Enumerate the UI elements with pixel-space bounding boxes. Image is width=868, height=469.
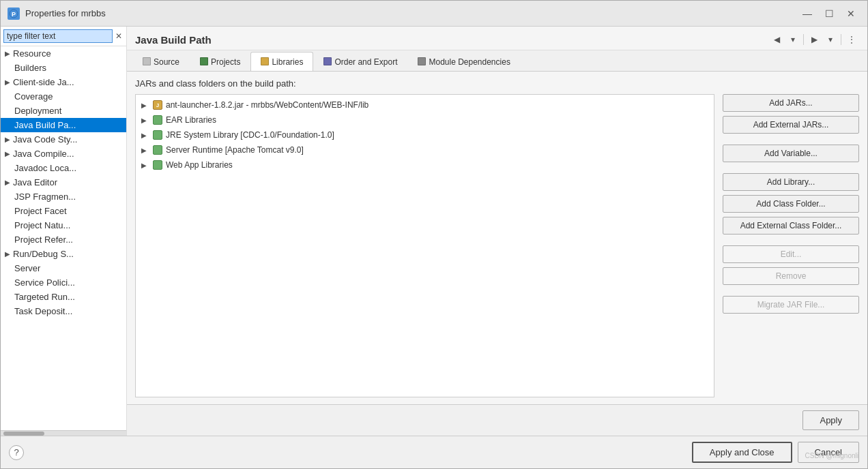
tab-source[interactable]: Source — [132, 52, 190, 71]
expand-icon-2: ▶ — [5, 78, 10, 86]
sidebar-item-0[interactable]: ▶Resource — [1, 46, 126, 61]
sidebar-item-8[interactable]: Javadoc Loca... — [1, 161, 126, 175]
add-external-jars-button[interactable]: Add External JARs... — [723, 116, 859, 134]
tab-order-and-export[interactable]: Order and Export — [313, 52, 407, 71]
watermark: CSDN @mignonli — [805, 452, 858, 459]
tree-item-label-1: EAR Libraries — [166, 115, 216, 125]
tree-item-icon-3 — [152, 145, 163, 155]
migrate-jar-button: Migrate JAR File... — [723, 296, 859, 314]
sidebar-item-4[interactable]: Deployment — [1, 104, 126, 118]
sidebar-item-5[interactable]: Java Build Pa... — [1, 118, 126, 132]
button-separator-6 — [723, 239, 859, 241]
sidebar-item-label-8: Javadoc Loca... — [14, 163, 76, 173]
tab-icon-2 — [261, 57, 269, 67]
tabs-bar: SourceProjectsLibrariesOrder and ExportM… — [127, 50, 867, 72]
sidebar-item-18[interactable]: Task Deposit... — [1, 304, 126, 318]
sidebar-item-label-17: Targeted Run... — [14, 292, 75, 302]
tree-expand-icon-4: ▶ — [141, 162, 149, 169]
title-bar: P Properties for mrbbs — ☐ ✕ — [1, 1, 867, 27]
footer: ? Apply and Close Cancel — [1, 436, 867, 468]
tab-libraries[interactable]: Libraries — [250, 52, 313, 71]
tree-item-1[interactable]: ▶EAR Libraries — [136, 112, 714, 127]
edit-button: Edit... — [723, 245, 859, 263]
nav-forward-button[interactable]: ▶ — [807, 32, 822, 47]
tree-item-label-4: Web App Libraries — [166, 160, 233, 170]
sidebar-item-label-13: Project Refer... — [14, 234, 73, 245]
sidebar-item-17[interactable]: Targeted Run... — [1, 290, 126, 304]
main-window: P Properties for mrbbs — ☐ ✕ ✕ ▶Resource… — [0, 0, 868, 469]
tree-item-0[interactable]: ▶Jant-launcher-1.8.2.jar - mrbbs/WebCont… — [136, 97, 714, 112]
tab-icon-3 — [323, 57, 332, 67]
tab-icon-1 — [200, 57, 208, 67]
tree-panel[interactable]: ▶Jant-launcher-1.8.2.jar - mrbbs/WebCont… — [135, 94, 714, 397]
apply-and-close-button[interactable]: Apply and Close — [692, 442, 792, 463]
sidebar-filter-input[interactable] — [3, 29, 113, 43]
sidebar-item-2[interactable]: ▶Client-side Ja... — [1, 75, 126, 89]
sidebar-item-15[interactable]: Server — [1, 261, 126, 275]
add-jars-button[interactable]: Add JARs... — [723, 94, 859, 112]
add-class-folder-button[interactable]: Add Class Folder... — [723, 195, 859, 213]
expand-icon-9: ▶ — [5, 179, 10, 186]
nav-back-button[interactable]: ◀ — [769, 32, 784, 47]
panel-header: Java Build Path ◀ ▾ ▶ ▾ ⋮ — [127, 27, 867, 50]
tree-item-icon-4 — [152, 160, 163, 170]
tree-item-4[interactable]: ▶Web App Libraries — [136, 157, 714, 172]
close-button[interactable]: ✕ — [841, 6, 860, 21]
apply-button[interactable]: Apply — [802, 410, 859, 430]
sidebar-item-label-10: JSP Fragmen... — [14, 192, 76, 202]
sidebar-item-12[interactable]: Project Natu... — [1, 218, 126, 232]
sidebar-list: ▶ResourceBuilders▶Client-side Ja...Cover… — [1, 46, 126, 430]
add-external-class-folder-button[interactable]: Add External Class Folder... — [723, 217, 859, 234]
minimize-button[interactable]: — — [798, 6, 817, 21]
help-button[interactable]: ? — [9, 445, 24, 460]
tab-projects[interactable]: Projects — [190, 52, 250, 71]
main-content: ✕ ▶ResourceBuilders▶Client-side Ja...Cov… — [1, 27, 867, 436]
add-variable-button[interactable]: Add Variable... — [723, 145, 859, 162]
window-controls: — ☐ ✕ — [798, 6, 860, 21]
sidebar-item-label-16: Service Polici... — [14, 277, 75, 288]
tree-item-2[interactable]: ▶JRE System Library [CDC-1.0/Foundation-… — [136, 127, 714, 142]
nav-menu-button[interactable]: ⋮ — [844, 32, 859, 47]
sidebar-item-6[interactable]: ▶Java Code Sty... — [1, 132, 126, 147]
sidebar-item-16[interactable]: Service Polici... — [1, 275, 126, 290]
content-label: JARs and class folders on the build path… — [135, 78, 859, 89]
tree-item-label-3: Server Runtime [Apache Tomcat v9.0] — [166, 145, 304, 155]
tab-label-4: Module Dependencies — [429, 57, 510, 67]
button-separator-8 — [723, 289, 859, 292]
content-body: ▶Jant-launcher-1.8.2.jar - mrbbs/WebCont… — [135, 94, 859, 397]
sidebar-scrollbar-thumb[interactable] — [3, 432, 44, 436]
maximize-button[interactable]: ☐ — [820, 6, 839, 21]
tab-module-dependencies[interactable]: Module Dependencies — [407, 52, 520, 71]
sidebar-item-label-4: Deployment — [14, 106, 61, 116]
sidebar-item-7[interactable]: ▶Java Compile... — [1, 147, 126, 161]
add-library-button[interactable]: Add Library... — [723, 173, 859, 191]
sidebar-item-9[interactable]: ▶Java Editor — [1, 175, 126, 190]
button-separator-3 — [723, 166, 859, 169]
tab-label-3: Order and Export — [334, 57, 397, 67]
nav-separator-2 — [841, 34, 841, 45]
nav-back-dropdown-button[interactable]: ▾ — [785, 32, 800, 47]
expand-icon-7: ▶ — [5, 150, 10, 157]
tree-item-3[interactable]: ▶Server Runtime [Apache Tomcat v9.0] — [136, 142, 714, 157]
sidebar-scrollbar[interactable] — [1, 430, 126, 436]
tree-item-icon-1 — [152, 115, 163, 125]
sidebar-item-11[interactable]: Project Facet — [1, 204, 126, 218]
tab-icon-4 — [418, 57, 426, 67]
tree-expand-icon-0: ▶ — [141, 102, 149, 109]
sidebar-item-label-18: Task Deposit... — [14, 306, 72, 316]
right-panel: Java Build Path ◀ ▾ ▶ ▾ ⋮ SourceProjects… — [127, 27, 867, 436]
nav-forward-dropdown-button[interactable]: ▾ — [823, 32, 838, 47]
sidebar-item-label-6: Java Code Sty... — [13, 134, 77, 145]
sidebar-item-10[interactable]: JSP Fragmen... — [1, 190, 126, 204]
sidebar-item-label-1: Builders — [14, 63, 46, 73]
sidebar-item-14[interactable]: ▶Run/Debug S... — [1, 247, 126, 261]
sidebar-item-3[interactable]: Coverage — [1, 89, 126, 104]
tab-icon-0 — [143, 57, 151, 67]
sidebar-filter-clear-button[interactable]: ✕ — [114, 29, 124, 43]
tree-expand-icon-1: ▶ — [141, 117, 149, 124]
tab-label-1: Projects — [211, 57, 240, 67]
sidebar-item-13[interactable]: Project Refer... — [1, 232, 126, 247]
sidebar-item-1[interactable]: Builders — [1, 61, 126, 75]
panel-title: Java Build Path — [135, 34, 212, 46]
nav-separator — [803, 34, 804, 45]
